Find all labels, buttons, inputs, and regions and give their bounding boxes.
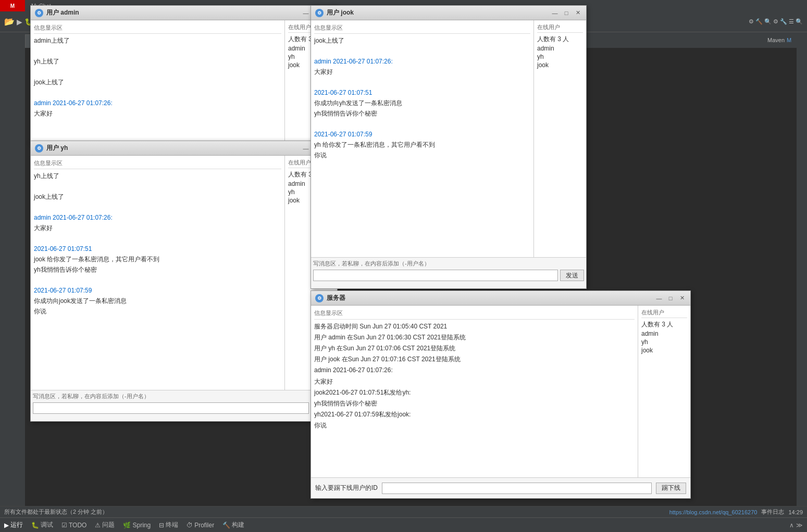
toolbar-run-icon[interactable]: ▶	[17, 18, 22, 26]
msg-line: 用户 admin 在Sun Jun 27 01:06:30 CST 2021登陆…	[314, 333, 635, 343]
admin-title-icon: ⚙	[35, 9, 43, 17]
jook-maximize-btn[interactable]: □	[562, 9, 570, 17]
msg-line: yh上线了	[34, 57, 281, 66]
admin-body: 信息显示区 admin上线了 yh上线了 jook上线了 admin 2021-…	[31, 20, 337, 143]
server-window: ⚙ 服务器 — □ ✕ 信息显示区 服务器启动时间 Sun Jun 27 01:…	[311, 290, 691, 499]
msg-line: 2021-06-27 01:07:51	[34, 244, 281, 254]
kick-btn[interactable]: 踢下线	[656, 483, 686, 494]
server-messages-label: 信息显示区	[314, 309, 635, 320]
yh-messages: 信息显示区 yh上线了 jook上线了 admin 2021-06-27 01:…	[31, 156, 285, 390]
admin-title-text: 用户 admin	[46, 8, 299, 17]
run-label: 运行	[10, 521, 23, 529]
kick-input[interactable]	[382, 483, 652, 494]
toolbar-todo-item[interactable]: ☑ TODO	[61, 522, 86, 529]
jook-messages: 信息显示区 jook上线了 admin 2021-06-27 01:07:26:…	[311, 20, 534, 257]
status-bar: 所有文件都处于最新状态（2 分钟 之前） https://blog.csdn.n…	[0, 506, 807, 517]
msg-line: 大家好	[34, 223, 281, 233]
online-count: 人数有 3 人	[537, 35, 583, 44]
server-titlebar: ⚙ 服务器 — □ ✕	[311, 291, 690, 306]
status-text-left: 所有文件都处于最新状态（2 分钟 之前）	[4, 508, 108, 516]
maven-icon: M	[787, 37, 791, 43]
msg-line: 你成功向yh发送了一条私密消息	[314, 98, 530, 108]
msg-line: yh 给你发了一条私密消息，其它用户看不到	[314, 140, 530, 149]
msg-line: 大家好	[34, 109, 281, 118]
yh-input-row: 发送	[33, 402, 335, 414]
yh-title-icon: ⚙	[35, 144, 43, 153]
msg-line: 2021-06-27 01:07:59	[34, 286, 281, 295]
yh-title-text: 用户 yh	[46, 144, 299, 153]
jook-online: 在线用户 人数有 3 人 admin yh jook	[534, 20, 586, 257]
problems-label: 问题	[102, 521, 115, 529]
bottom-toolbar: ▶ 运行 🐛 调试 ☑ TODO ⚠ 问题 🌿 Spring ⊟ 终端 ⏱ Pr…	[0, 517, 807, 532]
toolbar-spring-item[interactable]: 🌿 Spring	[123, 522, 151, 529]
msg-line: 你说	[314, 421, 635, 430]
expand-icon[interactable]: ≫	[796, 522, 803, 529]
online-user: admin	[641, 330, 687, 337]
toolbar-right-icons: ⚙ 🔨 🔍 ⚙ 🔧 ☰ 🔍	[749, 18, 803, 24]
expand-up-icon[interactable]: ∧	[789, 522, 794, 529]
msg-line: jook 给你发了一条私密消息，其它用户看不到	[34, 255, 281, 264]
profiler-label: Profiler	[194, 522, 214, 529]
jook-send-btn[interactable]: 发送	[560, 270, 584, 281]
toolbar-terminal-item[interactable]: ⊟ 终端	[159, 521, 178, 529]
jook-input-area: 写消息区，若私聊，在内容后添加（-用户名） 发送	[311, 257, 586, 288]
status-link[interactable]: https://blog.csdn.net/qq_60216270	[669, 509, 758, 515]
toolbar-folder-icon[interactable]: 📂	[4, 17, 15, 27]
toolbar-build-item[interactable]: 🔨 构建	[222, 521, 244, 529]
status-event[interactable]: 事件日志	[761, 508, 784, 516]
admin-minimize-btn[interactable]: —	[302, 9, 310, 17]
msg-line: 你说	[314, 150, 530, 160]
msg-line: jook上线了	[34, 78, 281, 87]
msg-line: jook上线了	[314, 36, 530, 45]
online-count: 人数有 3 人	[641, 320, 687, 329]
msg-line: jook上线了	[34, 192, 281, 201]
debug-icon: 🐛	[31, 522, 39, 529]
msg-line: 用户 yh 在Sun Jun 27 01:07:06 CST 2021登陆系统	[314, 344, 635, 353]
online-user: yh	[641, 338, 687, 346]
server-maximize-btn[interactable]: □	[666, 294, 675, 302]
debug-label: 调试	[41, 521, 53, 529]
tab-maven-area: Maven M	[765, 32, 797, 48]
msg-line: 你成功向jook发送了一条私密消息	[34, 296, 281, 306]
online-user: admin	[537, 45, 583, 52]
toolbar-problems-item[interactable]: ⚠ 问题	[95, 521, 115, 529]
server-close-btn[interactable]: ✕	[678, 294, 686, 302]
msg-line: 你说	[34, 307, 281, 316]
toolbar-profiler-item[interactable]: ⏱ Profiler	[187, 522, 214, 529]
app-logo: M	[0, 0, 25, 11]
msg-line: yh我悄悄告诉你个秘密	[34, 265, 281, 274]
admin-messages: 信息显示区 admin上线了 yh上线了 jook上线了 admin 2021-…	[31, 20, 285, 143]
online-user: yh	[537, 53, 583, 60]
spring-icon: 🌿	[123, 522, 131, 529]
yh-minimize-btn[interactable]: —	[302, 144, 310, 153]
problems-icon: ⚠	[95, 522, 101, 529]
server-minimize-btn[interactable]: —	[655, 294, 663, 302]
msg-line: yh2021-06-27 01:07:59私发给jook:	[314, 410, 635, 420]
server-online-label: 在线用户	[641, 309, 687, 318]
msg-line: admin 2021-06-27 01:07:26:	[314, 365, 635, 375]
yh-input-field[interactable]	[33, 402, 309, 414]
yh-body: 信息显示区 yh上线了 jook上线了 admin 2021-06-27 01:…	[31, 156, 337, 390]
jook-input-hint: 写消息区，若私聊，在内容后添加（-用户名）	[313, 260, 584, 268]
msg-line: jook2021-06-27 01:07:51私发给yh:	[314, 388, 635, 398]
admin-messages-label: 信息显示区	[34, 23, 281, 34]
toolbar-run-item[interactable]: ▶ 运行	[4, 521, 23, 529]
kick-label: 输入要踢下线用户的ID	[315, 484, 378, 492]
jook-input-field[interactable]	[313, 270, 558, 281]
status-time: 14:29	[788, 509, 803, 515]
yh-titlebar: ⚙ 用户 yh — □ ✕	[31, 141, 337, 156]
chat-window-jook: ⚙ 用户 jook — □ ✕ 信息显示区 jook上线了 admin 2021…	[311, 5, 587, 289]
profiler-icon: ⏱	[187, 522, 193, 529]
jook-close-btn[interactable]: ✕	[574, 9, 582, 17]
toolbar-debug-item[interactable]: 🐛 调试	[31, 521, 53, 529]
msg-line: 服务器启动时间 Sun Jun 27 01:05:40 CST 2021	[314, 322, 635, 332]
maven-label[interactable]: Maven	[767, 37, 785, 43]
yh-messages-label: 信息显示区	[34, 159, 281, 169]
yh-input-hint: 写消息区，若私聊，在内容后添加（-用户名）	[33, 392, 335, 400]
online-user: jook	[641, 347, 687, 354]
msg-line: yh上线了	[34, 171, 281, 181]
yh-input-area: 写消息区，若私聊，在内容后添加（-用户名） 发送	[31, 390, 337, 421]
server-title-text: 服务器	[327, 294, 652, 302]
jook-minimize-btn[interactable]: —	[551, 9, 559, 17]
todo-label: TODO	[69, 522, 86, 529]
